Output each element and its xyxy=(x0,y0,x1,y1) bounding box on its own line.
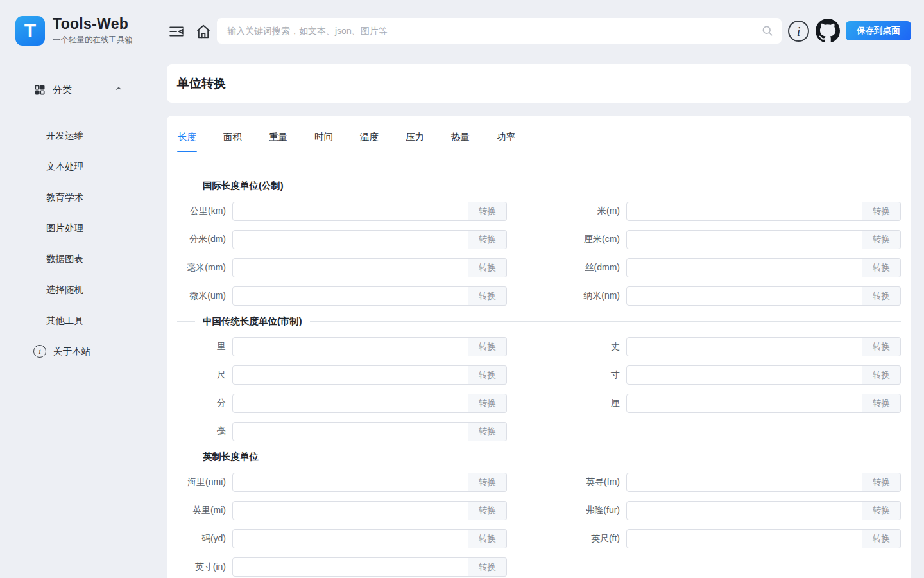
convert-button[interactable]: 转换 xyxy=(862,286,901,306)
unit-field: 丝(dmm) 转换 xyxy=(571,258,901,277)
unit-input-group: 转换 xyxy=(626,365,901,385)
unit-input[interactable] xyxy=(626,394,862,413)
convert-button[interactable]: 转换 xyxy=(468,529,507,548)
unit-label: 丈 xyxy=(571,341,626,353)
convert-button[interactable]: 转换 xyxy=(468,286,507,306)
unit-input[interactable] xyxy=(232,365,468,385)
section-form: 公里(km) 转换 米(m) 转换 分米(dm) 转换 厘米(cm) 转换 毫米… xyxy=(167,202,911,306)
unit-input-group: 转换 xyxy=(232,422,507,441)
tab-7[interactable]: 功率 xyxy=(496,125,516,152)
form-row: 英寸(in) 转换 xyxy=(177,557,901,577)
unit-input[interactable] xyxy=(626,501,862,520)
unit-label: 英寸(in) xyxy=(177,561,232,573)
unit-converter-card: 长度面积重量时间温度压力热量功率 国际长度单位(公制) 公里(km) 转换 米(… xyxy=(167,116,911,578)
convert-button[interactable]: 转换 xyxy=(862,202,901,221)
unit-input[interactable] xyxy=(232,422,468,441)
convert-button[interactable]: 转换 xyxy=(862,501,901,520)
unit-label: 丝(dmm) xyxy=(571,262,626,274)
unit-label: 弗隆(fur) xyxy=(571,505,626,516)
unit-label: 微米(um) xyxy=(177,290,232,302)
unit-input[interactable] xyxy=(626,202,862,221)
sidebar-item-5[interactable]: 选择随机 xyxy=(0,274,167,305)
section-divider: 英制长度单位 xyxy=(177,450,901,463)
unit-input[interactable] xyxy=(232,557,468,577)
unit-field: 毫米(mm) 转换 xyxy=(177,258,507,277)
unit-input-group: 转换 xyxy=(626,529,901,548)
unit-input[interactable] xyxy=(626,337,862,356)
sidebar-item-6[interactable]: 其他工具 xyxy=(0,305,167,336)
convert-button[interactable]: 转换 xyxy=(862,529,901,548)
unit-section: 国际长度单位(公制) 公里(km) 转换 米(m) 转换 分米(dm) 转换 厘… xyxy=(167,179,911,306)
tab-2[interactable]: 重量 xyxy=(268,125,288,152)
convert-button[interactable]: 转换 xyxy=(862,230,901,249)
unit-input[interactable] xyxy=(232,473,468,492)
sidebar-collapse-icon[interactable] xyxy=(167,22,186,41)
sidebar-item-2[interactable]: 教育学术 xyxy=(0,182,167,213)
divider-line xyxy=(177,321,195,322)
convert-button[interactable]: 转换 xyxy=(468,473,507,492)
convert-button[interactable]: 转换 xyxy=(468,422,507,441)
convert-button[interactable]: 转换 xyxy=(862,394,901,413)
convert-button[interactable]: 转换 xyxy=(862,337,901,356)
unit-input[interactable] xyxy=(232,286,468,306)
unit-label: 英里(mi) xyxy=(177,505,232,516)
sidebar-item-3[interactable]: 图片处理 xyxy=(0,213,167,243)
unit-input-group: 转换 xyxy=(232,337,507,356)
convert-button[interactable]: 转换 xyxy=(862,258,901,277)
search-icon[interactable] xyxy=(761,24,774,37)
tab-6[interactable]: 热量 xyxy=(450,125,470,152)
save-to-desktop-button[interactable]: 保存到桌面 xyxy=(846,21,911,40)
home-icon[interactable] xyxy=(194,22,213,41)
form-row: 里 转换 丈 转换 xyxy=(177,337,901,356)
tab-1[interactable]: 面积 xyxy=(223,125,243,152)
convert-button[interactable]: 转换 xyxy=(862,365,901,385)
info-icon[interactable]: i xyxy=(788,21,809,42)
unit-input[interactable] xyxy=(232,258,468,277)
page-title-card: 单位转换 xyxy=(167,64,911,103)
sidebar-item-4[interactable]: 数据图表 xyxy=(0,243,167,274)
unit-input[interactable] xyxy=(232,394,468,413)
unit-input[interactable] xyxy=(626,286,862,306)
unit-input[interactable] xyxy=(626,258,862,277)
github-icon[interactable] xyxy=(816,19,840,43)
convert-button[interactable]: 转换 xyxy=(468,557,507,577)
tab-0[interactable]: 长度 xyxy=(177,125,197,152)
unit-input-group: 转换 xyxy=(626,258,901,277)
unit-input[interactable] xyxy=(232,501,468,520)
search-input[interactable] xyxy=(217,18,782,44)
convert-button[interactable]: 转换 xyxy=(468,501,507,520)
tab-3[interactable]: 时间 xyxy=(314,125,334,152)
convert-button[interactable]: 转换 xyxy=(468,258,507,277)
category-header[interactable]: 分类 xyxy=(33,81,123,99)
unit-input-group: 转换 xyxy=(232,365,507,385)
convert-button[interactable]: 转换 xyxy=(468,365,507,385)
unit-input-group: 转换 xyxy=(232,202,507,221)
unit-label: 码(yd) xyxy=(177,533,232,545)
tab-bar: 长度面积重量时间温度压力热量功率 xyxy=(177,116,901,152)
unit-input[interactable] xyxy=(232,202,468,221)
unit-input[interactable] xyxy=(232,529,468,548)
convert-button[interactable]: 转换 xyxy=(468,394,507,413)
unit-field: 海里(nmi) 转换 xyxy=(177,473,507,492)
sidebar-item-0[interactable]: 开发运维 xyxy=(0,120,167,151)
unit-field: 微米(um) 转换 xyxy=(177,286,507,306)
unit-input[interactable] xyxy=(626,473,862,492)
unit-field: 分米(dm) 转换 xyxy=(177,230,507,249)
unit-field: 英尺(ft) 转换 xyxy=(571,529,901,548)
sidebar-item-about[interactable]: i 关于本站 xyxy=(0,336,167,367)
tab-4[interactable]: 温度 xyxy=(359,125,379,152)
unit-input[interactable] xyxy=(626,529,862,548)
tab-5[interactable]: 压力 xyxy=(405,125,425,152)
unit-label: 英寻(fm) xyxy=(571,477,626,488)
unit-input[interactable] xyxy=(626,230,862,249)
brand[interactable]: T Tools-Web 一个轻量的在线工具箱 xyxy=(15,15,133,46)
convert-button[interactable]: 转换 xyxy=(468,202,507,221)
convert-button[interactable]: 转换 xyxy=(468,230,507,249)
unit-label: 纳米(nm) xyxy=(571,290,626,302)
unit-input[interactable] xyxy=(626,365,862,385)
convert-button[interactable]: 转换 xyxy=(862,473,901,492)
convert-button[interactable]: 转换 xyxy=(468,337,507,356)
unit-input[interactable] xyxy=(232,337,468,356)
unit-input[interactable] xyxy=(232,230,468,249)
sidebar-item-1[interactable]: 文本处理 xyxy=(0,151,167,182)
